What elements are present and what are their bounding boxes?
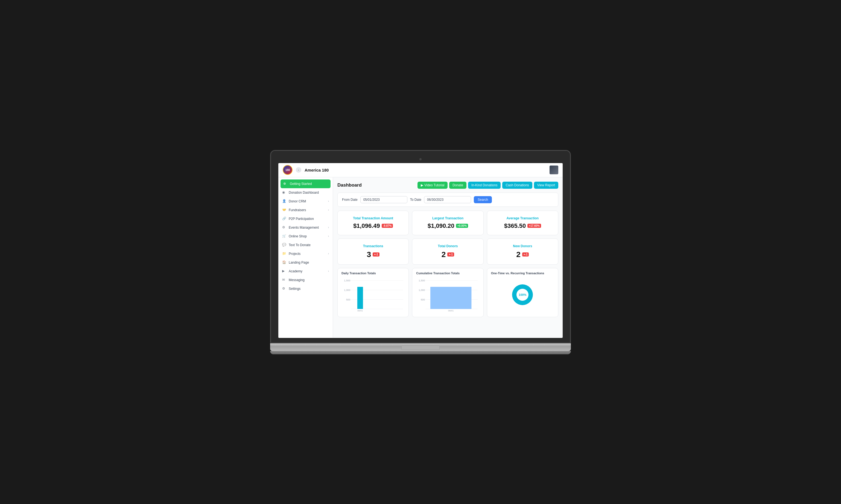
chart-area-daily: 1,500 1,000 500 06/01 — [342, 277, 405, 312]
sidebar-item-text-donate[interactable]: 💬 Text To Donate — [278, 241, 333, 249]
sidebar-item-settings[interactable]: ⚙ Settings — [278, 284, 333, 293]
stat-card-average-transaction: Average Transaction $365.50 +17.60% — [487, 211, 558, 235]
app-title: America 180 — [305, 168, 329, 173]
laptop-base — [270, 343, 571, 351]
svg-text:06/01: 06/01 — [448, 309, 454, 312]
stat-label-average: Average Transaction — [492, 216, 554, 220]
to-date-input[interactable] — [424, 196, 471, 203]
new-donors-badge: +-1 — [522, 252, 529, 256]
avatar[interactable] — [550, 165, 558, 174]
sidebar-label-settings: Settings — [289, 287, 301, 291]
chart-title-daily: Daily Transaction Totals — [342, 272, 405, 275]
sidebar-label-projects: Projects — [289, 252, 301, 256]
from-date-label: From Date — [342, 198, 358, 202]
sidebar-item-donation-dashboard[interactable]: ◉ Donation Dashboard — [278, 188, 333, 197]
stat-label-transactions: Transactions — [342, 244, 404, 248]
chevron-right-icon: › — [328, 226, 329, 229]
content-area: Dashboard ▶ Video Tutorial Donate In-Kin… — [333, 177, 563, 338]
sidebar-item-events[interactable]: ⚙ Events Management › — [278, 223, 333, 232]
online-shop-icon: 🛒 — [282, 234, 287, 238]
chart-title-cumulative: Cumulative Transaction Totals — [416, 272, 479, 275]
transactions-value: 3 — [367, 250, 371, 259]
collapse-icon: ‹ — [298, 168, 299, 172]
sidebar-item-p2p[interactable]: 🔗 P2P Participation — [278, 214, 333, 223]
logo-container: 180 — [283, 165, 293, 175]
top-bar-left: 180 ‹ America 180 — [283, 165, 329, 175]
academy-icon: ▶ — [282, 269, 287, 273]
svg-text:1,500: 1,500 — [419, 279, 425, 282]
from-date-input[interactable] — [360, 196, 407, 203]
sidebar-item-messaging[interactable]: ✉ Messaging — [278, 276, 333, 284]
settings-icon: ⚙ — [282, 287, 287, 291]
total-amount-badge: -9.87% — [382, 224, 393, 228]
stat-card-total-donors: Total Donors 2 +-1 — [412, 238, 483, 265]
charts-grid: Daily Transaction Totals — [337, 268, 558, 317]
sidebar-collapse-button[interactable]: ‹ — [296, 167, 301, 173]
chart-title-onetime: One-Time vs. Recurring Transactions — [491, 272, 554, 275]
sidebar-item-projects[interactable]: 📁 Projects › — [278, 249, 333, 258]
chart-cumulative-transactions: Cumulative Transaction Totals 1,500 1,00 — [412, 268, 483, 317]
chart-area-cumulative: 1,500 1,000 500 06/01 — [416, 277, 479, 312]
sidebar-label-getting-started: Getting Started — [290, 182, 312, 186]
sidebar-item-academy[interactable]: ▶ Academy › — [278, 267, 333, 276]
logo-text: 180 — [286, 168, 290, 172]
p2p-icon: 🔗 — [282, 217, 287, 221]
donate-button[interactable]: Donate — [449, 182, 466, 189]
avatar-image — [550, 165, 558, 174]
total-donors-badge: +-1 — [447, 252, 454, 256]
stats-row-1: Total Transaction Amount $1,096.49 -9.87… — [337, 211, 558, 235]
video-icon: ▶ — [421, 183, 423, 187]
search-button[interactable]: Search — [474, 196, 492, 203]
camera — [419, 158, 422, 160]
getting-started-icon: ⊕ — [283, 182, 288, 186]
header-actions: ▶ Video Tutorial Donate In-Kind Donation… — [417, 182, 558, 189]
sidebar-item-fundraisers[interactable]: 🤝 Fundraisers › — [278, 206, 333, 214]
dashboard-header: Dashboard ▶ Video Tutorial Donate In-Kin… — [337, 182, 558, 189]
stat-value-new-donors: 2 +-1 — [492, 250, 554, 259]
cumulative-chart-svg: 1,500 1,000 500 06/01 — [416, 277, 479, 312]
total-amount-value: $1,096.49 — [353, 222, 380, 230]
sidebar-item-landing-page[interactable]: 🏠 Landing Page — [278, 258, 333, 267]
stat-value-average: $365.50 +17.60% — [492, 222, 554, 230]
cash-donations-button[interactable]: Cash Donations — [502, 182, 532, 189]
svg-rect-16 — [430, 287, 471, 309]
average-badge: +17.60% — [527, 224, 541, 228]
sidebar-label-academy: Academy — [289, 269, 303, 273]
sidebar-label-p2p: P2P Participation — [289, 217, 314, 221]
screen-bezel: 180 ‹ America 180 — [270, 150, 571, 343]
main-layout: ⊕ Getting Started ◉ Donation Dashboard 👤… — [278, 177, 563, 338]
largest-value: $1,090.20 — [428, 222, 454, 230]
logo-badge: 180 — [283, 165, 293, 175]
stat-card-new-donors: New Donors 2 +-1 — [487, 238, 558, 265]
page-title: Dashboard — [337, 182, 362, 188]
trackpad — [401, 345, 440, 350]
app-container: 180 ‹ America 180 — [278, 163, 563, 338]
average-value: $365.50 — [504, 222, 526, 230]
stat-value-transactions: 3 +-1 — [342, 250, 404, 259]
sidebar-label-fundraisers: Fundraisers — [289, 208, 306, 212]
sidebar-label-donation-dashboard: Donation Dashboard — [289, 191, 319, 195]
stat-label-largest: Largest Transaction — [417, 216, 479, 220]
sidebar-label-events: Events Management — [289, 226, 319, 230]
sidebar-item-donor-crm[interactable]: 👤 Donor CRM › — [278, 197, 333, 206]
stat-value-total-amount: $1,096.49 -9.87% — [342, 222, 404, 230]
sidebar-item-online-shop[interactable]: 🛒 Online Shop › — [278, 232, 333, 241]
sidebar: ⊕ Getting Started ◉ Donation Dashboard 👤… — [278, 177, 333, 338]
stat-label-new-donors: New Donors — [492, 244, 554, 248]
to-date-label: To Date — [410, 198, 421, 202]
daily-chart-svg: 1,500 1,000 500 06/01 — [342, 277, 405, 312]
inkind-donations-button[interactable]: In-Kind Donations — [468, 182, 501, 189]
screen: 180 ‹ America 180 — [278, 163, 563, 338]
video-tutorial-button[interactable]: ▶ Video Tutorial — [417, 182, 448, 189]
new-donors-value: 2 — [516, 250, 520, 259]
view-report-button[interactable]: View Report — [534, 182, 558, 189]
transactions-badge: +-1 — [373, 252, 379, 256]
sidebar-item-getting-started[interactable]: ⊕ Getting Started — [280, 179, 330, 188]
stat-card-largest-transaction: Largest Transaction $1,090.20 +0.00% — [412, 211, 483, 235]
stat-value-largest: $1,090.20 +0.00% — [417, 222, 479, 230]
svg-text:500: 500 — [346, 298, 350, 301]
laptop-bottom — [270, 351, 571, 354]
svg-rect-7 — [357, 287, 363, 309]
donut-container: 100% — [510, 283, 535, 307]
sidebar-label-text-donate: Text To Donate — [289, 243, 311, 247]
